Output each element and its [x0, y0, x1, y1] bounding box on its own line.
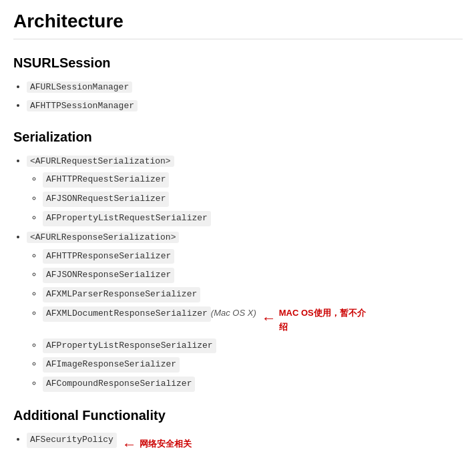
list-nsurlsession: AFURLSessionManagerAFHTTPSessionManager: [27, 79, 463, 114]
inner-list: AFHTTPRequestSerializerAFJSONRequestSeri…: [43, 171, 463, 226]
code-label: AFPropertyListRequestSerializer: [43, 211, 211, 226]
arrow-icon: ←: [122, 433, 137, 454]
annotation-text: MAC OS使用，暂不介绍: [279, 306, 366, 334]
code-label: <AFURLRequestSerialization>: [27, 156, 174, 167]
list-item: AFPropertyListResponseSerializer: [43, 337, 463, 354]
list-item: AFHTTPRequestSerializer: [43, 171, 463, 188]
list-item: <AFURLRequestSerialization>AFHTTPRequest…: [27, 153, 463, 226]
list-item: AFImageResponseSerializer: [43, 356, 463, 373]
list-item: AFHTTPResponseSerializer: [43, 248, 463, 264]
list-item: AFHTTPSessionManager: [27, 97, 463, 114]
section-title-nsurlsession: NSURLSession: [13, 55, 463, 71]
code-label: AFXMLParserResponseSerializer: [43, 287, 200, 302]
section-title-additional: Additional Functionality: [13, 408, 463, 423]
code-label: AFSecurityPolicy: [27, 433, 117, 448]
code-label: AFURLSessionManager: [27, 81, 132, 93]
inner-list: AFHTTPResponseSerializerAFJSONResponseSe…: [43, 248, 463, 392]
list-item: AFJSONResponseSerializer: [43, 266, 463, 283]
arrow-annotation: ←MAC OS使用，暂不介绍: [262, 306, 366, 334]
code-label: AFJSONResponseSerializer: [43, 268, 174, 283]
list-additional: AFSecurityPolicy←网络安全相关AFNetworkReachabi…: [27, 431, 463, 454]
list-item: AFSecurityPolicy←网络安全相关: [27, 431, 463, 454]
list-item: AFXMLParserResponseSerializer: [43, 286, 463, 302]
code-label: AFJSONRequestSerializer: [43, 192, 169, 207]
arrow-icon: ←: [262, 306, 276, 330]
list-item: AFJSONRequestSerializer: [43, 190, 463, 207]
section-title-serialization: Serialization: [13, 130, 463, 145]
list-item: <AFURLResponseSerialization>AFHTTPRespon…: [27, 229, 463, 392]
list-item: AFPropertyListRequestSerializer: [43, 210, 463, 226]
arrow-annotation: ←网络安全相关: [122, 433, 192, 454]
code-label: AFHTTPResponseSerializer: [43, 249, 174, 264]
list-item: AFCompoundResponseSerializer: [43, 375, 463, 392]
page-title: Architecture: [13, 11, 463, 39]
list-item: AFXMLDocumentResponseSerializer (Mac OS …: [43, 305, 463, 334]
list-serialization: <AFURLRequestSerialization>AFHTTPRequest…: [27, 153, 463, 392]
code-label: AFImageResponseSerializer: [43, 357, 180, 373]
annotation-text: 网络安全相关: [140, 437, 192, 451]
code-label: AFCompoundResponseSerializer: [43, 377, 195, 392]
code-label: AFPropertyListResponseSerializer: [43, 338, 216, 354]
code-label: AFXMLDocumentResponseSerializer: [43, 306, 211, 322]
code-label: <AFURLResponseSerialization>: [27, 232, 179, 243]
italic-note: (Mac OS X): [211, 306, 256, 320]
code-label: AFHTTPSessionManager: [27, 100, 138, 111]
code-label: AFHTTPRequestSerializer: [43, 172, 169, 188]
sections-container: NSURLSessionAFURLSessionManagerAFHTTPSes…: [13, 55, 463, 454]
list-item: AFURLSessionManager: [27, 79, 463, 95]
